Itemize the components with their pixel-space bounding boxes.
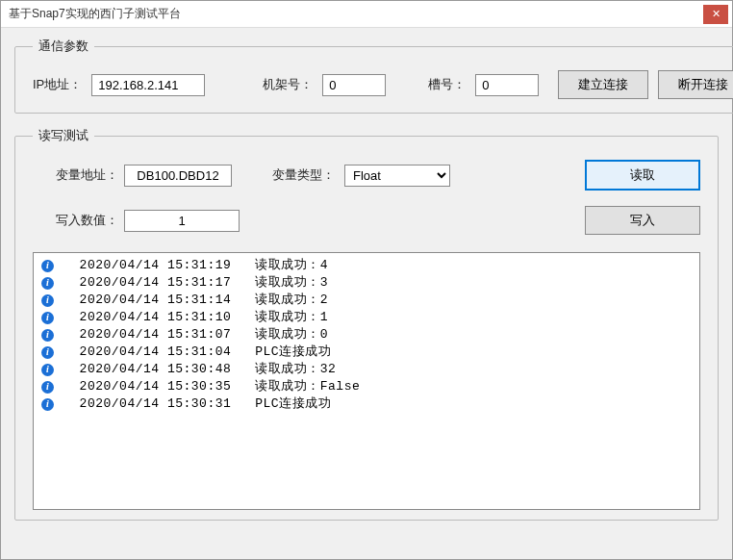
slot-input[interactable]	[475, 74, 539, 96]
info-icon: i	[41, 364, 54, 376]
window-title: 基于Snap7实现的西门子测试平台	[9, 6, 181, 22]
info-icon: i	[41, 381, 54, 394]
disconnect-button[interactable]: 断开连接	[658, 70, 733, 99]
rw-write-row: 写入数值： 写入	[33, 206, 700, 235]
info-icon: i	[41, 260, 54, 272]
log-row[interactable]: i 2020/04/14 15:31:04 PLC连接成功	[41, 344, 692, 361]
addr-label: 变量地址：	[56, 166, 118, 184]
info-icon: i	[41, 312, 54, 324]
log-row[interactable]: i 2020/04/14 15:31:19 读取成功：4	[41, 257, 692, 274]
log-text: 2020/04/14 15:30:31 PLC连接成功	[63, 395, 331, 413]
rack-input[interactable]	[322, 74, 386, 96]
info-icon: i	[41, 398, 54, 411]
type-label: 变量类型：	[272, 166, 335, 184]
write-val-label: 写入数值：	[56, 212, 118, 229]
log-text: 2020/04/14 15:31:19 读取成功：4	[63, 257, 328, 274]
info-icon: i	[41, 277, 54, 290]
slot-label: 槽号：	[428, 76, 466, 93]
comm-legend: 通信参数	[33, 38, 94, 55]
titlebar: 基于Snap7实现的西门子测试平台 ✕	[1, 1, 732, 28]
rack-label: 机架号：	[263, 76, 313, 93]
read-button[interactable]: 读取	[585, 160, 700, 191]
log-text: 2020/04/14 15:31:10 读取成功：1	[63, 309, 328, 326]
log-row[interactable]: i 2020/04/14 15:31:17 读取成功：3	[41, 274, 692, 292]
log-text: 2020/04/14 15:31:14 读取成功：2	[63, 292, 328, 309]
log-text: 2020/04/14 15:30:48 读取成功：32	[63, 361, 336, 378]
log-row[interactable]: i 2020/04/14 15:31:14 读取成功：2	[41, 292, 692, 309]
info-icon: i	[41, 294, 54, 307]
log-row[interactable]: i 2020/04/14 15:30:31 PLC连接成功	[41, 395, 692, 413]
rw-test-group: 读写测试 变量地址： 变量类型： Float 读取 写入数值：	[14, 127, 719, 521]
log-text: 2020/04/14 15:31:07 读取成功：0	[63, 326, 328, 344]
comm-params-group: 通信参数 IP地址： 机架号： 槽号： 建立连接 断开连接	[14, 38, 733, 114]
log-list[interactable]: i 2020/04/14 15:31:19 读取成功：4i 2020/04/14…	[33, 252, 700, 510]
log-row[interactable]: i 2020/04/14 15:31:10 读取成功：1	[41, 309, 692, 326]
log-row[interactable]: i 2020/04/14 15:30:48 读取成功：32	[41, 361, 692, 378]
rw-legend: 读写测试	[33, 127, 94, 144]
log-text: 2020/04/14 15:30:35 读取成功：False	[63, 378, 360, 395]
type-select[interactable]: Float	[344, 165, 450, 187]
log-text: 2020/04/14 15:31:17 读取成功：3	[63, 274, 328, 292]
info-icon: i	[41, 329, 54, 342]
log-row[interactable]: i 2020/04/14 15:31:07 读取成功：0	[41, 326, 692, 344]
info-icon: i	[41, 346, 54, 359]
connect-button[interactable]: 建立连接	[558, 70, 648, 99]
write-val-input[interactable]	[124, 210, 240, 232]
rw-read-row: 变量地址： 变量类型： Float 读取	[33, 160, 700, 191]
write-button[interactable]: 写入	[585, 206, 700, 235]
ip-input[interactable]	[91, 74, 205, 96]
close-icon: ✕	[712, 8, 720, 20]
comm-row: IP地址： 机架号： 槽号： 建立连接 断开连接	[33, 70, 733, 99]
ip-label: IP地址：	[33, 76, 82, 93]
addr-input[interactable]	[124, 165, 232, 187]
log-text: 2020/04/14 15:31:04 PLC连接成功	[63, 344, 331, 361]
log-row[interactable]: i 2020/04/14 15:30:35 读取成功：False	[41, 378, 692, 395]
close-button[interactable]: ✕	[703, 5, 728, 24]
content-area: 通信参数 IP地址： 机架号： 槽号： 建立连接 断开连接 读写测试 变量地址：	[1, 28, 732, 544]
app-window: 基于Snap7实现的西门子测试平台 ✕ 通信参数 IP地址： 机架号： 槽号： …	[0, 0, 733, 560]
